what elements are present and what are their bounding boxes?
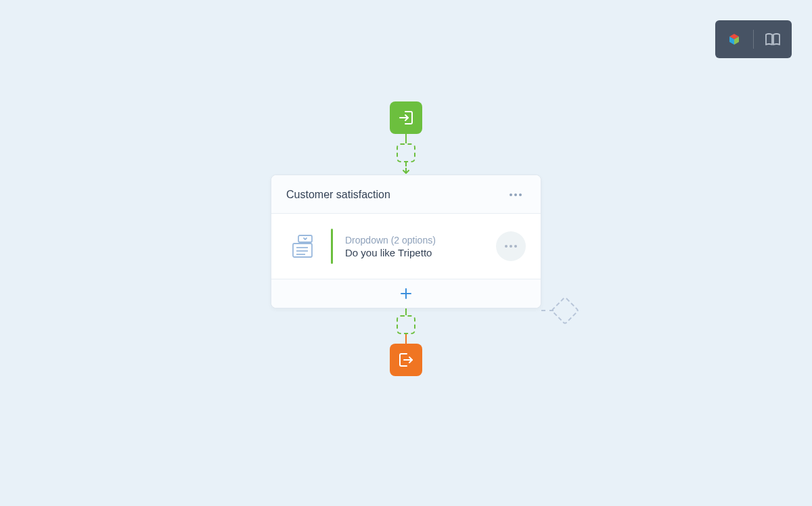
svg-rect-4 <box>293 244 312 257</box>
question-menu-button[interactable] <box>496 231 526 261</box>
question-type-icon-wrap <box>286 234 319 258</box>
card-title: Customer satisfaction <box>286 189 390 201</box>
docs-button[interactable] <box>754 20 792 58</box>
tripetto-logo-icon <box>726 31 742 47</box>
drop-placeholder-bottom[interactable] <box>397 315 415 334</box>
plus-icon <box>400 288 412 300</box>
connector <box>405 334 407 344</box>
dropdown-block-icon <box>289 234 316 258</box>
top-toolbar <box>715 20 792 58</box>
connector <box>405 162 407 166</box>
add-question-button[interactable] <box>271 279 541 308</box>
card-menu-button[interactable] <box>505 189 526 200</box>
connector <box>405 308 407 315</box>
connector <box>405 134 407 143</box>
drop-placeholder-top[interactable] <box>397 143 415 162</box>
card-header[interactable]: Customer satisfaction <box>271 175 541 214</box>
end-node[interactable] <box>390 344 422 376</box>
section-card: Customer satisfaction Dropdown (2 option… <box>271 175 541 308</box>
logo-button[interactable] <box>715 20 753 58</box>
question-title: Do you like Tripetto <box>345 247 484 258</box>
question-meta: Dropdown (2 options) <box>345 235 484 246</box>
start-node[interactable] <box>390 101 422 134</box>
branch-placeholder[interactable] <box>551 296 579 325</box>
enter-arrow-icon <box>397 109 415 127</box>
exit-arrow-icon <box>397 351 415 369</box>
question-text-wrap: Dropdown (2 options) Do you like Tripett… <box>345 235 484 258</box>
flow-canvas: Customer satisfaction Dropdown (2 option… <box>271 101 541 376</box>
question-row[interactable]: Dropdown (2 options) Do you like Tripett… <box>271 214 541 279</box>
arrow-down-icon <box>401 168 411 175</box>
book-open-icon <box>765 32 781 46</box>
accent-bar <box>331 229 333 264</box>
